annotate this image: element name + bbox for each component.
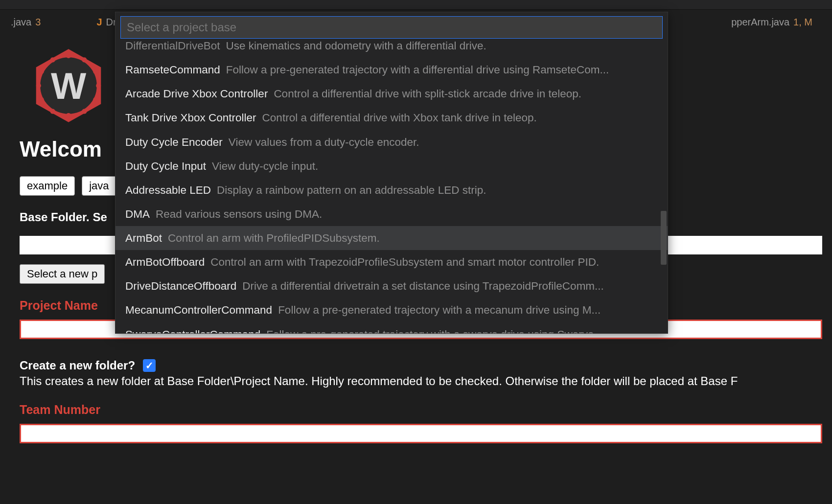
svg-point-12 [36, 83, 41, 88]
chip-java[interactable]: java [82, 176, 116, 196]
option-description: Control a differential drive with Xbox t… [262, 109, 537, 127]
option-description: Drive a differential drivetrain a set di… [242, 277, 604, 295]
option-name: DriveDistanceOffboard [125, 277, 236, 295]
project-base-option[interactable]: DifferentialDriveBotUse kinematics and o… [116, 40, 668, 58]
create-folder-row: Create a new folder? ✓ [20, 359, 812, 372]
project-base-option[interactable]: SwerveControllerCommandFollow a pre-gene… [116, 322, 668, 334]
svg-point-14 [50, 57, 55, 62]
dropdown-scrollbar[interactable] [661, 211, 667, 265]
tab-left-modified-count: 3 [35, 17, 41, 28]
checkmark-icon: ✓ [145, 360, 154, 371]
project-base-option[interactable]: ArmBotOffboardControl an arm with Trapez… [116, 250, 668, 274]
option-name: ArmBot [125, 229, 162, 247]
project-base-option[interactable]: MecanumControllerCommandFollow a pre-gen… [116, 298, 668, 322]
option-name: DifferentialDriveBot [125, 40, 220, 55]
option-description: Read various sensors using DMA. [156, 205, 322, 223]
svg-point-8 [82, 109, 87, 114]
title-bar-spacer [0, 0, 832, 10]
tab-left[interactable]: .java 3 [0, 10, 51, 34]
project-base-option[interactable]: RamseteCommandFollow a pre-generated tra… [116, 58, 668, 82]
option-description: Control an arm with ProfiledPIDSubsystem… [168, 229, 380, 247]
create-folder-label: Create a new folder? [20, 359, 135, 372]
option-description: Use kinematics and odometry with a diffe… [226, 40, 486, 55]
tab-right-modified: 1, M [793, 17, 812, 28]
project-base-option[interactable]: Duty Cycle InputView duty-cycle input. [116, 154, 668, 178]
project-base-dropdown: DifferentialDriveBotUse kinematics and o… [115, 12, 668, 334]
project-base-option[interactable]: DriveDistanceOffboardDrive a differentia… [116, 274, 668, 298]
option-name: Tank Drive Xbox Controller [125, 109, 256, 127]
project-base-option[interactable]: Tank Drive Xbox ControllerControl a diff… [116, 106, 668, 130]
option-description: View values from a duty-cycle encoder. [229, 133, 419, 151]
option-description: Follow a pre-generated trajectory with a… [226, 61, 609, 79]
java-file-icon: J [96, 17, 102, 28]
team-number-input[interactable] [20, 424, 822, 443]
option-name: DMA [125, 205, 150, 223]
option-description: View duty-cycle input. [212, 157, 318, 175]
svg-text:W: W [51, 65, 87, 107]
svg-point-7 [93, 97, 98, 102]
svg-point-9 [66, 113, 71, 118]
option-name: MecanumControllerCommand [125, 301, 272, 319]
option-description: Follow a pre-generated trajectory with a… [278, 301, 601, 319]
tab-right[interactable]: pperArm.java 1, M [720, 10, 832, 34]
create-folder-checkbox[interactable]: ✓ [143, 359, 156, 372]
option-name: Addressable LED [125, 181, 211, 199]
create-folder-description: This creates a new folder at Base Folder… [20, 374, 812, 388]
wpilib-logo: W [24, 44, 113, 127]
chip-example[interactable]: example [20, 176, 75, 196]
option-name: ArmBotOffboard [125, 253, 205, 271]
project-base-option[interactable]: Addressable LEDDisplay a rainbow pattern… [116, 178, 668, 202]
project-base-search-input[interactable] [120, 16, 663, 39]
option-name: RamseteCommand [125, 61, 220, 79]
project-base-list[interactable]: DifferentialDriveBotUse kinematics and o… [116, 40, 668, 333]
svg-point-4 [82, 57, 87, 62]
svg-point-5 [93, 69, 98, 74]
project-base-option[interactable]: DMARead various sensors using DMA. [116, 202, 668, 226]
svg-point-11 [39, 97, 44, 102]
option-name: Duty Cycle Input [125, 157, 206, 175]
select-folder-button[interactable]: Select a new p [20, 264, 105, 284]
option-description: Display a rainbow pattern on an addressa… [217, 181, 486, 199]
option-description: Control an arm with TrapezoidProfileSubs… [210, 253, 599, 271]
option-description: Follow a pre-generated trajectory with a… [266, 325, 603, 334]
project-base-option[interactable]: ArmBotControl an arm with ProfiledPIDSub… [116, 226, 668, 250]
svg-point-3 [66, 53, 71, 58]
project-base-option[interactable]: Duty Cycle EncoderView values from a dut… [116, 130, 668, 154]
tab-left-name: .java [11, 17, 31, 28]
team-number-label: Team Number [20, 403, 812, 417]
option-description: Control a differential drive with split-… [274, 85, 581, 103]
option-name: SwerveControllerCommand [125, 325, 260, 334]
tab-right-name: pperArm.java [731, 17, 789, 28]
project-base-option[interactable]: Arcade Drive Xbox ControllerControl a di… [116, 82, 668, 106]
option-name: Arcade Drive Xbox Controller [125, 85, 268, 103]
svg-point-6 [96, 83, 101, 88]
option-name: Duty Cycle Encoder [125, 133, 223, 151]
svg-point-10 [50, 109, 55, 114]
svg-point-13 [39, 69, 44, 74]
